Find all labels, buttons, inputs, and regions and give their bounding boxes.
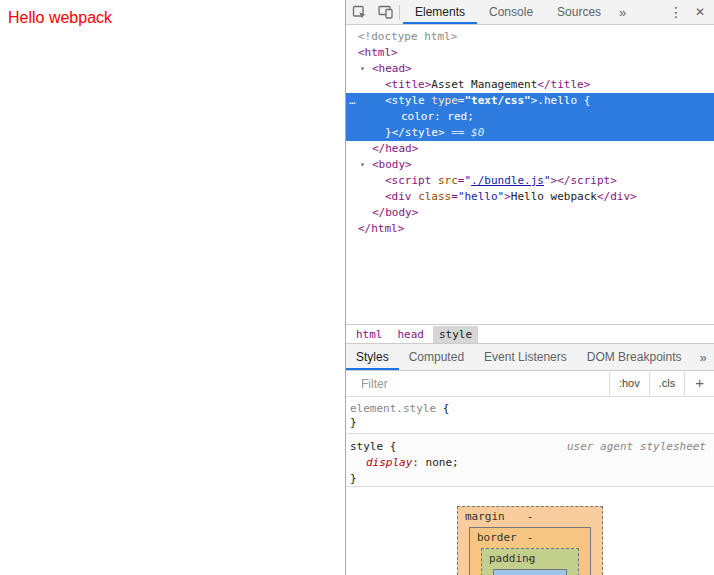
filter-actions: :hov.cls+ xyxy=(609,371,714,396)
sidebar-tabs-bar: StylesComputedEvent ListenersDOM Breakpo… xyxy=(346,344,714,371)
more-options-icon[interactable]: ⋮ xyxy=(661,4,691,20)
sidebar-tab-dom-breakpoints[interactable]: DOM Breakpoints xyxy=(577,344,692,370)
box-model-padding-top-value[interactable]: - xyxy=(527,549,534,569)
styles-filter-input[interactable] xyxy=(346,371,609,396)
code-token: .hello { xyxy=(537,94,590,107)
code-token: class xyxy=(418,190,451,203)
style-rule-line: element.style { xyxy=(350,402,714,416)
toggle-hov-button[interactable]: :hov xyxy=(609,371,649,396)
box-model-margin-label: margin xyxy=(465,510,505,523)
code-token: <style xyxy=(385,94,431,107)
code-token: } xyxy=(350,416,357,429)
dom-tree-row[interactable]: </html> xyxy=(346,221,714,237)
breadcrumb-item-head[interactable]: head xyxy=(392,326,431,343)
sidebar-tab-styles[interactable]: Styles xyxy=(346,344,399,370)
dom-tree-row[interactable]: <!doctype html> xyxy=(346,29,714,45)
tab-sources[interactable]: Sources xyxy=(545,0,613,24)
code-token: type xyxy=(431,94,458,107)
dom-tree-row[interactable]: <title>Asset Management</title> xyxy=(346,77,714,93)
box-model-border-row: border - xyxy=(470,528,590,548)
code-token: </title> xyxy=(537,78,590,91)
device-toolbar-button[interactable] xyxy=(372,0,398,24)
breadcrumb-item-html[interactable]: html xyxy=(350,326,389,343)
code-token: = xyxy=(451,190,458,203)
dom-tree: <!doctype html><html>▾<head><title>Asset… xyxy=(346,25,714,324)
dom-tree-row[interactable]: color: red; xyxy=(346,109,714,125)
code-token: ></script> xyxy=(551,174,617,187)
box-model-margin[interactable]: margin - border - padding - xyxy=(457,506,603,575)
dom-tree-row[interactable]: <div class="hello">Hello webpack</div> xyxy=(346,189,714,205)
new-style-rule-button[interactable]: + xyxy=(684,371,714,396)
stylesheet-origin-label: user agent stylesheet xyxy=(567,440,706,453)
box-model-border[interactable]: border - padding - xyxy=(469,527,591,575)
more-tabs-button[interactable]: » xyxy=(619,5,626,20)
code-token: </div> xyxy=(597,190,637,203)
code-token: : xyxy=(412,456,425,469)
code-token: </head> xyxy=(372,142,418,155)
tab-elements[interactable]: Elements xyxy=(403,0,477,24)
inspect-element-button[interactable] xyxy=(346,0,372,24)
code-token: == $0 xyxy=(445,126,485,139)
toolbar-right-group: ⋮ ✕ xyxy=(661,4,714,20)
code-token: display xyxy=(366,456,412,469)
box-model-margin-row: margin - xyxy=(458,507,602,527)
box-model-border-label: border xyxy=(477,531,517,544)
styles-filter-bar: :hov.cls+ xyxy=(346,371,714,397)
code-token: <script xyxy=(385,174,438,187)
style-rule-line: display: none; xyxy=(350,455,714,471)
hidden-dots-icon: … xyxy=(349,93,355,109)
metrics-pane: margin - border - padding - xyxy=(346,487,714,575)
devtools-panel: ElementsConsoleSources » ⋮ ✕ <!doctype h… xyxy=(345,0,714,575)
code-token: element.style xyxy=(350,402,436,415)
device-toolbar-icon xyxy=(378,5,393,19)
code-token: "text/css" xyxy=(464,94,530,107)
resource-link[interactable]: ./bundle.js xyxy=(471,174,544,187)
dom-tree-row[interactable]: </head> xyxy=(346,141,714,157)
dom-tree-row[interactable]: ▾<body> xyxy=(346,157,714,173)
style-rule-line: } xyxy=(350,416,714,430)
dom-tree-row[interactable]: ▾<head> xyxy=(346,61,714,77)
code-token: style xyxy=(350,440,383,453)
code-token: </html> xyxy=(358,222,404,235)
box-model-border-top-value[interactable]: - xyxy=(527,528,534,548)
sidebar-more-tabs-button[interactable]: » xyxy=(691,350,714,365)
expand-arrow-icon[interactable]: ▾ xyxy=(360,61,365,77)
dom-tree-row[interactable]: <html> xyxy=(346,45,714,61)
box-model-content[interactable] xyxy=(493,569,567,575)
code-token: <body> xyxy=(372,158,412,171)
breadcrumb: htmlheadstyle xyxy=(346,324,714,344)
box-model-padding-row: padding - xyxy=(482,549,578,569)
box-model-margin-top-value[interactable]: - xyxy=(527,507,534,527)
expand-arrow-icon[interactable]: ▾ xyxy=(360,157,365,173)
sidebar-tabs: StylesComputedEvent ListenersDOM Breakpo… xyxy=(346,344,691,370)
breadcrumb-item-style[interactable]: style xyxy=(433,326,478,343)
inspect-cursor-icon xyxy=(352,5,367,20)
box-model-padding[interactable]: padding - xyxy=(481,548,579,575)
code-token: src xyxy=(438,174,458,187)
toggle-cls-button[interactable]: .cls xyxy=(649,371,685,396)
code-token: { xyxy=(436,402,449,415)
code-token: </body> xyxy=(372,206,418,219)
hello-webpack-text: Hello webpack xyxy=(8,8,112,27)
dom-tree-row[interactable]: }</style> == $0 xyxy=(346,125,714,141)
element-style-section[interactable]: element.style {} xyxy=(346,397,714,434)
sidebar-tab-event-listeners[interactable]: Event Listeners xyxy=(474,344,577,370)
dom-tree-row[interactable]: </body> xyxy=(346,205,714,221)
toolbar-separator xyxy=(399,5,400,20)
dom-tree-row[interactable]: <script src="./bundle.js"></script> xyxy=(346,173,714,189)
element-style-rule: element.style {} xyxy=(350,402,714,430)
code-token: ; xyxy=(452,456,459,469)
code-token: <title> xyxy=(385,78,431,91)
code-token: " xyxy=(544,174,551,187)
code-token: } xyxy=(385,126,392,139)
code-token: <html> xyxy=(358,46,398,59)
code-token: </style> xyxy=(392,126,445,139)
code-token: none xyxy=(426,456,453,469)
sidebar-tab-computed[interactable]: Computed xyxy=(399,344,474,370)
tab-console[interactable]: Console xyxy=(477,0,545,24)
close-devtools-icon[interactable]: ✕ xyxy=(691,5,714,19)
code-token: } xyxy=(350,472,357,485)
code-token: > xyxy=(504,190,511,203)
code-token: { xyxy=(383,440,396,453)
dom-tree-row[interactable]: …<style type="text/css">.hello { xyxy=(346,93,714,109)
